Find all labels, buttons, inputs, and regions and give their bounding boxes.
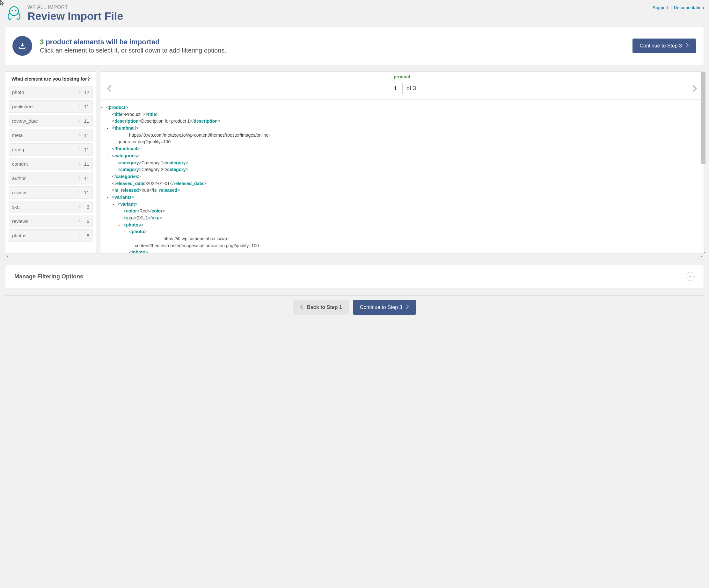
element-item[interactable]: photo12 — [8, 86, 93, 99]
download-icon — [77, 190, 82, 195]
element-sidebar: What element are you looking for? photo1… — [5, 72, 96, 254]
xml-line[interactable]: <title>Product 1</title> — [106, 111, 698, 118]
element-item[interactable]: published11 — [8, 100, 93, 113]
link-separator: | — [671, 5, 672, 10]
element-name: content — [12, 161, 28, 167]
xml-line[interactable]: <description>Description for product 1</… — [106, 118, 698, 125]
xml-preview-panel: product of 3 -<product><title>Product 1<… — [100, 72, 704, 254]
svg-point-0 — [9, 7, 19, 16]
filter-panel[interactable]: Manage Filtering Options — [5, 265, 704, 288]
chevron-left-icon — [300, 305, 303, 310]
xml-line[interactable]: <category>Category 1</category> — [106, 160, 698, 167]
element-name: published — [12, 104, 32, 109]
xml-line[interactable]: <sku>SKU1</sku> — [106, 215, 698, 222]
download-icon — [77, 118, 82, 123]
element-name: reviews — [12, 219, 28, 224]
element-count: 11 — [83, 175, 89, 181]
support-link[interactable]: Support — [653, 5, 668, 10]
toggle-icon[interactable]: - — [107, 194, 111, 201]
element-count: 11 — [83, 104, 89, 109]
element-item[interactable]: photos6 — [8, 229, 93, 242]
xml-line[interactable]: -<categories> — [106, 152, 698, 160]
element-item[interactable]: content11 — [8, 158, 93, 170]
toggle-icon[interactable]: - — [118, 222, 122, 229]
next-record-button[interactable] — [690, 83, 699, 95]
download-icon — [77, 147, 82, 152]
continue-button-bottom[interactable]: Continue to Step 3 — [353, 300, 416, 315]
toggle-icon[interactable]: - — [101, 104, 105, 111]
download-icon — [77, 204, 82, 209]
xml-line[interactable]: </photo> — [106, 249, 698, 253]
continue-label: Continue to Step 3 — [639, 43, 682, 49]
back-button[interactable]: Back to Step 1 — [293, 300, 349, 315]
toggle-icon[interactable]: - — [124, 228, 128, 235]
xml-line[interactable]: <color>Red</color> — [106, 208, 698, 215]
chevron-right-icon — [406, 305, 409, 310]
xml-body[interactable]: -<product><title>Product 1</title><descr… — [100, 100, 704, 253]
xml-line[interactable]: https://i0.wp.com/metabox.io/wp-content/… — [106, 235, 272, 249]
back-label: Back to Step 1 — [307, 305, 342, 310]
continue-label-bottom: Continue to Step 3 — [360, 305, 402, 310]
element-item[interactable]: review11 — [8, 186, 93, 199]
xml-line[interactable]: -<thumbnail> — [106, 125, 698, 132]
element-count: 6 — [83, 219, 89, 224]
element-count: 11 — [83, 161, 89, 167]
import-count: 3 — [40, 38, 44, 46]
page-title: Review Import File — [27, 10, 123, 22]
page-input[interactable] — [388, 83, 403, 94]
element-item[interactable]: sku6 — [8, 201, 93, 213]
xml-line[interactable]: <released_date>2022-01-01</released_date… — [106, 180, 698, 187]
vertical-scrollbar[interactable]: ▴ ▾ — [701, 72, 706, 253]
element-count: 12 — [83, 89, 89, 95]
xml-line[interactable]: https://i0.wp.com/metabox.io/wp-content/… — [106, 132, 272, 146]
element-count: 11 — [83, 190, 89, 195]
download-icon — [77, 219, 82, 224]
xml-line[interactable]: -<product> — [106, 104, 698, 111]
element-item[interactable]: author11 — [8, 172, 93, 185]
import-count-suffix: product elements will be imported — [46, 38, 159, 46]
xml-line[interactable]: -<photos> — [106, 222, 698, 229]
prev-record-button[interactable] — [105, 83, 114, 95]
element-count: 11 — [83, 133, 89, 138]
element-name: rating — [12, 147, 24, 152]
toggle-icon[interactable]: - — [112, 201, 116, 208]
element-name: sku — [12, 204, 20, 209]
element-item[interactable]: rating11 — [8, 143, 93, 156]
xml-line[interactable]: -<photo> — [106, 228, 698, 235]
element-name: review — [12, 190, 26, 195]
scroll-left-icon[interactable]: ◂ — [6, 254, 8, 258]
documentation-link[interactable]: Documentation — [674, 5, 704, 10]
xml-line[interactable]: </thumbnail> — [106, 146, 698, 152]
svg-point-1 — [12, 10, 13, 11]
page-total: of 3 — [406, 85, 416, 92]
filter-panel-label: Manage Filtering Options — [14, 273, 83, 280]
expand-filter-button[interactable] — [686, 272, 695, 281]
element-item[interactable]: reviews6 — [8, 215, 93, 227]
xml-line[interactable]: -<variant> — [106, 201, 698, 208]
toggle-icon[interactable]: - — [107, 152, 111, 160]
root-element-label: product — [394, 74, 410, 79]
scroll-right-icon[interactable]: ▸ — [701, 254, 703, 258]
download-icon — [77, 175, 82, 181]
continue-button-top[interactable]: Continue to Step 3 — [632, 38, 696, 53]
xml-line[interactable]: <category>Category 2</category> — [106, 166, 698, 173]
download-icon — [77, 104, 82, 109]
scroll-down-icon[interactable]: ▾ — [704, 250, 705, 254]
element-name: meta — [12, 133, 23, 138]
sidebar-title: What element are you looking for? — [8, 76, 93, 82]
divider — [5, 295, 704, 296]
xml-line[interactable]: <is_released>true</is_released> — [106, 187, 698, 194]
xml-line[interactable]: </categories> — [106, 173, 698, 180]
element-item[interactable]: meta11 — [8, 129, 93, 141]
element-name: photos — [12, 233, 26, 238]
element-name: photo — [12, 89, 24, 95]
scroll-thumb[interactable] — [701, 72, 706, 164]
xml-line[interactable]: -<variants> — [106, 194, 698, 201]
app-logo-icon — [5, 4, 23, 22]
element-item[interactable]: review_date11 — [8, 115, 93, 127]
toggle-icon[interactable]: - — [107, 125, 111, 132]
element-name: author — [12, 175, 26, 181]
summary-panel: 3 product elements will be imported Clic… — [5, 27, 704, 65]
horizontal-scroll-hint: ◂ ▸ — [5, 254, 704, 258]
download-icon — [77, 233, 82, 238]
